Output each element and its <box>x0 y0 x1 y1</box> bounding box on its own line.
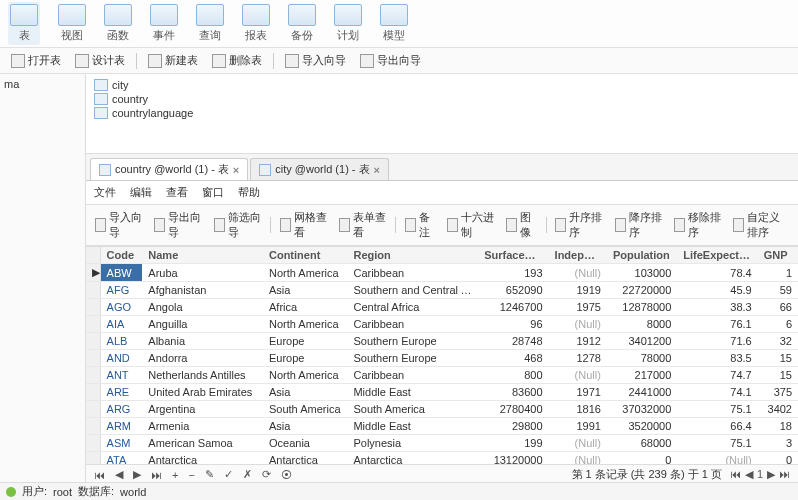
cell-Code[interactable]: AGO <box>100 299 142 316</box>
cell-Continent[interactable]: Asia <box>263 282 347 299</box>
col-IndepYear[interactable]: IndepYear <box>549 247 607 264</box>
table-row[interactable]: AIAAnguillaNorth AmericaCaribbean96(Null… <box>86 316 798 333</box>
tablebtn-导出向导[interactable]: 导出向导 <box>149 208 206 242</box>
table-row[interactable]: ASMAmerican SamoaOceaniaPolynesia199(Nul… <box>86 435 798 452</box>
nav-stop-icon[interactable]: ⦿ <box>279 469 294 481</box>
cell-Continent[interactable]: Europe <box>263 333 347 350</box>
cell-Code[interactable]: ARM <box>100 418 142 435</box>
cell-Name[interactable]: Anguilla <box>142 316 263 333</box>
tab[interactable]: country @world (1) - 表× <box>90 158 248 180</box>
cell-Name[interactable]: Netherlands Antilles <box>142 367 263 384</box>
toolbar-设计表[interactable]: 设计表 <box>70 51 130 70</box>
toolbar-导入向导[interactable]: 导入向导 <box>280 51 351 70</box>
cell-GNP[interactable]: 32 <box>758 333 798 350</box>
cell-LifeExpectancy[interactable]: (Null) <box>677 452 757 465</box>
cell-IndepYear[interactable]: (Null) <box>549 367 607 384</box>
cell-SurfaceArea[interactable]: 2780400 <box>478 401 548 418</box>
cell-LifeExpectancy[interactable]: 71.6 <box>677 333 757 350</box>
cell-LifeExpectancy[interactable]: 75.1 <box>677 401 757 418</box>
cell-LifeExpectancy[interactable]: 66.4 <box>677 418 757 435</box>
table-row[interactable]: AREUnited Arab EmiratesAsiaMiddle East83… <box>86 384 798 401</box>
row-header[interactable] <box>86 316 100 333</box>
ribbon-表[interactable]: 表 <box>8 2 40 45</box>
cell-Name[interactable]: Antarctica <box>142 452 263 465</box>
cell-SurfaceArea[interactable]: 29800 <box>478 418 548 435</box>
cell-Region[interactable]: Caribbean <box>347 367 478 384</box>
col-Code[interactable]: Code <box>100 247 142 264</box>
table-row[interactable]: ARGArgentinaSouth AmericaSouth America27… <box>86 401 798 418</box>
cell-IndepYear[interactable]: 1912 <box>549 333 607 350</box>
cell-Name[interactable]: American Samoa <box>142 435 263 452</box>
cell-Continent[interactable]: North America <box>263 316 347 333</box>
row-header[interactable] <box>86 350 100 367</box>
cell-Continent[interactable]: Africa <box>263 299 347 316</box>
page-nav[interactable]: ⏭ <box>777 468 792 480</box>
nav-ok-icon[interactable]: ✓ <box>222 468 235 481</box>
cell-IndepYear[interactable]: 1278 <box>549 350 607 367</box>
cell-Population[interactable]: 37032000 <box>607 401 677 418</box>
tablebtn-降序排序[interactable]: 降序排序 <box>610 208 667 242</box>
cell-LifeExpectancy[interactable]: 74.7 <box>677 367 757 384</box>
cell-Code[interactable]: ANT <box>100 367 142 384</box>
nav-cancel-icon[interactable]: ✗ <box>241 468 254 481</box>
nav-add-icon[interactable]: + <box>170 469 180 481</box>
cell-Population[interactable]: 78000 <box>607 350 677 367</box>
cell-Region[interactable]: Middle East <box>347 384 478 401</box>
cell-Region[interactable]: Polynesia <box>347 435 478 452</box>
cell-Name[interactable]: Aruba <box>142 264 263 282</box>
tablebtn-升序排序[interactable]: 升序排序 <box>550 208 607 242</box>
page-nav[interactable]: ◀ <box>743 468 755 480</box>
table-row[interactable]: ANTNetherlands AntillesNorth AmericaCari… <box>86 367 798 384</box>
nav-del-icon[interactable]: − <box>186 469 196 481</box>
col-Region[interactable]: Region <box>347 247 478 264</box>
cell-SurfaceArea[interactable]: 28748 <box>478 333 548 350</box>
table-row[interactable]: AFGAfghanistanAsiaSouthern and Central A… <box>86 282 798 299</box>
col-SurfaceArea[interactable]: SurfaceArea <box>478 247 548 264</box>
nav-next-icon[interactable]: ▶ <box>131 468 143 481</box>
nav-first-icon[interactable]: ⏮ <box>92 469 107 481</box>
cell-Continent[interactable]: South America <box>263 401 347 418</box>
ribbon-函数[interactable]: 函数 <box>104 4 132 43</box>
cell-Population[interactable]: 3401200 <box>607 333 677 350</box>
table-row[interactable]: ANDAndorraEuropeSouthern Europe468127878… <box>86 350 798 367</box>
cell-Continent[interactable]: Europe <box>263 350 347 367</box>
menu-查看[interactable]: 查看 <box>166 185 188 200</box>
cell-GNP[interactable]: 1 <box>758 264 798 282</box>
cell-Population[interactable]: 8000 <box>607 316 677 333</box>
cell-Population[interactable]: 0 <box>607 452 677 465</box>
cell-SurfaceArea[interactable]: 1246700 <box>478 299 548 316</box>
cell-Name[interactable]: Armenia <box>142 418 263 435</box>
cell-Code[interactable]: ARG <box>100 401 142 418</box>
cell-SurfaceArea[interactable]: 199 <box>478 435 548 452</box>
cell-LifeExpectancy[interactable]: 45.9 <box>677 282 757 299</box>
row-header[interactable] <box>86 384 100 401</box>
cell-Code[interactable]: ARE <box>100 384 142 401</box>
cell-Name[interactable]: Afghanistan <box>142 282 263 299</box>
menu-文件[interactable]: 文件 <box>94 185 116 200</box>
menu-编辑[interactable]: 编辑 <box>130 185 152 200</box>
cell-Region[interactable]: Southern Europe <box>347 333 478 350</box>
cell-LifeExpectancy[interactable]: 76.1 <box>677 316 757 333</box>
page-nav[interactable]: ▶ <box>765 468 777 480</box>
cell-LifeExpectancy[interactable]: 75.1 <box>677 435 757 452</box>
nav-edit-icon[interactable]: ✎ <box>203 468 216 481</box>
close-icon[interactable]: × <box>233 164 239 176</box>
cell-IndepYear[interactable]: 1991 <box>549 418 607 435</box>
cell-Region[interactable]: Southern and Central Asia <box>347 282 478 299</box>
cell-Code[interactable]: ABW <box>100 264 142 282</box>
cell-GNP[interactable]: 3 <box>758 435 798 452</box>
menu-帮助[interactable]: 帮助 <box>238 185 260 200</box>
cell-IndepYear[interactable]: (Null) <box>549 316 607 333</box>
row-header[interactable]: ▶ <box>86 264 100 282</box>
cell-GNP[interactable]: 6 <box>758 316 798 333</box>
toolbar-新建表[interactable]: 新建表 <box>143 51 203 70</box>
cell-Population[interactable]: 3520000 <box>607 418 677 435</box>
cell-GNP[interactable]: 66 <box>758 299 798 316</box>
close-icon[interactable]: × <box>374 164 380 176</box>
cell-Name[interactable]: Angola <box>142 299 263 316</box>
cell-Region[interactable]: Middle East <box>347 418 478 435</box>
cell-GNP[interactable]: 0 <box>758 452 798 465</box>
row-header[interactable] <box>86 282 100 299</box>
page-nav[interactable]: ⏮ <box>728 468 743 480</box>
cell-Region[interactable]: Caribbean <box>347 316 478 333</box>
